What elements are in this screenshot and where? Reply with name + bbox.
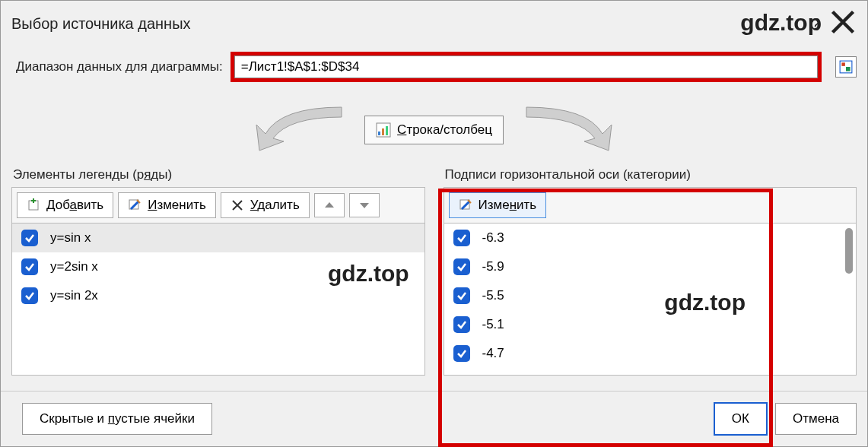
scrollbar-thumb[interactable] xyxy=(845,228,853,274)
hidden-empty-cells-label: Скрытые и пустые ячейки xyxy=(40,411,195,426)
delete-series-button[interactable]: Удалить xyxy=(221,192,310,218)
add-series-label: Добавить xyxy=(46,198,103,213)
switch-row-column-button[interactable]: Строка/столбец xyxy=(364,116,504,144)
svg-rect-1 xyxy=(841,62,845,66)
legend-panel: Элементы легенды (ряды) Добавить Изменит… xyxy=(11,163,425,376)
list-item[interactable]: -6.3 xyxy=(444,224,857,252)
axis-labels-toolbar: Изменить xyxy=(444,187,857,224)
close-button[interactable] xyxy=(829,8,857,40)
list-item-label: y=2sin x xyxy=(50,259,98,274)
axis-labels-title: Подписи горизонтальной оси (категории) xyxy=(444,163,857,187)
list-item-label: -5.1 xyxy=(482,317,504,332)
mid-row: Строка/столбец xyxy=(1,90,867,163)
axis-labels-panel: Подписи горизонтальной оси (категории) И… xyxy=(444,163,857,376)
checkbox-icon[interactable] xyxy=(21,230,38,246)
edit-axis-labels-button[interactable]: Изменить xyxy=(449,192,547,218)
list-item[interactable]: -5.9 xyxy=(444,252,857,281)
hidden-empty-cells-button[interactable]: Скрытые и пустые ячейки xyxy=(22,403,212,435)
list-item[interactable]: -4.7 xyxy=(444,339,857,368)
checkbox-icon[interactable] xyxy=(453,345,470,362)
move-up-button[interactable] xyxy=(314,193,345,217)
edit-axis-labels-label: Изменить xyxy=(479,198,537,213)
cancel-button[interactable]: Отмена xyxy=(775,403,857,435)
svg-rect-6 xyxy=(386,126,388,135)
checkbox-icon[interactable] xyxy=(453,316,470,333)
list-item-label: y=sin x xyxy=(50,230,91,246)
footer: Скрытые и пустые ячейки ОК Отмена xyxy=(1,391,867,446)
add-series-button[interactable]: Добавить xyxy=(17,192,113,218)
titlebar: Выбор источника данных ? xyxy=(1,1,867,44)
list-item-label: -5.5 xyxy=(482,288,504,303)
range-highlight xyxy=(231,52,822,82)
list-item[interactable]: y=sin x xyxy=(12,224,424,252)
edit-series-label: Изменить xyxy=(148,198,206,213)
list-item-label: y=sin 2x xyxy=(50,288,98,303)
list-item-label: -5.9 xyxy=(482,259,504,274)
panels: Элементы легенды (ряды) Добавить Изменит… xyxy=(1,163,867,376)
svg-rect-4 xyxy=(378,132,380,135)
legend-toolbar: Добавить Изменить Удалить xyxy=(11,187,425,224)
ok-button[interactable]: ОК xyxy=(714,402,768,436)
range-row: Диапазон данных для диаграммы: xyxy=(1,44,867,90)
checkbox-icon[interactable] xyxy=(21,287,38,304)
range-label: Диапазон данных для диаграммы: xyxy=(16,59,223,74)
chart-range-input[interactable] xyxy=(234,55,818,78)
arrow-left-icon xyxy=(243,103,349,157)
arrow-right-icon xyxy=(519,103,625,157)
list-item-label: -4.7 xyxy=(482,346,504,361)
checkbox-icon[interactable] xyxy=(21,258,38,275)
range-picker-button[interactable] xyxy=(835,56,857,78)
list-item[interactable]: y=2sin x xyxy=(12,252,424,281)
list-item[interactable]: -5.1 xyxy=(444,310,857,339)
checkbox-icon[interactable] xyxy=(453,258,470,275)
switch-row-column-label: Строка/столбец xyxy=(397,122,492,138)
list-item-label: -6.3 xyxy=(482,230,504,246)
dialog-title: Выбор источника данных xyxy=(11,15,802,33)
list-item[interactable]: -5.5 xyxy=(444,281,857,310)
series-list[interactable]: y=sin x y=2sin x y=sin 2x xyxy=(11,224,425,376)
help-button[interactable]: ? xyxy=(802,14,829,34)
svg-rect-5 xyxy=(382,128,384,135)
axis-labels-list[interactable]: -6.3 -5.9 -5.5 -5.1 -4.7 xyxy=(444,224,857,376)
checkbox-icon[interactable] xyxy=(453,287,470,304)
delete-series-label: Удалить xyxy=(250,198,300,213)
list-item[interactable]: y=sin 2x xyxy=(12,281,424,310)
move-down-button[interactable] xyxy=(349,193,380,217)
svg-rect-2 xyxy=(846,67,851,71)
dialog-select-data-source: Выбор источника данных ? Диапазон данных… xyxy=(0,0,868,447)
checkbox-icon[interactable] xyxy=(453,230,470,246)
legend-panel-title: Элементы легенды (ряды) xyxy=(11,163,425,187)
edit-series-button[interactable]: Изменить xyxy=(118,192,216,218)
